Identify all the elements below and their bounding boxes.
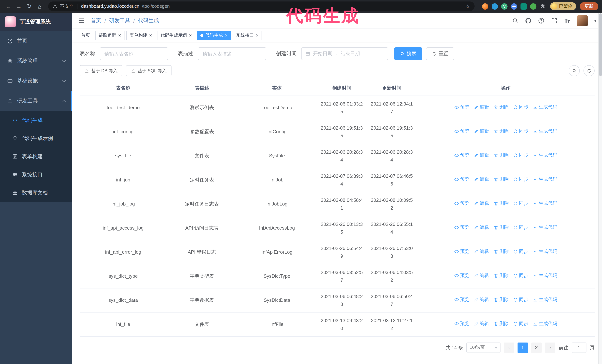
sidebar-subitem-form-builder[interactable]: 表单构建 <box>0 147 72 166</box>
generate-code-action[interactable]: 生成代码 <box>533 200 557 207</box>
sidebar-subitem-codegen-example[interactable]: 代码生成示例 <box>0 129 72 147</box>
generate-code-action[interactable]: 生成代码 <box>533 272 557 280</box>
prev-page-button[interactable]: ‹ <box>504 342 514 353</box>
preview-action[interactable]: 预览 <box>454 103 469 111</box>
tab-form-builder[interactable]: 表单构建 × <box>126 31 155 40</box>
vue-devtools-extension-icon[interactable] <box>501 3 507 10</box>
goto-page-input[interactable] <box>572 342 586 353</box>
sync-action[interactable]: 同步 <box>513 127 528 135</box>
sync-action[interactable]: 同步 <box>513 320 528 328</box>
date-range-picker[interactable]: 开始日期 - 结束日期 <box>301 47 388 60</box>
reload-icon[interactable]: ↻ <box>24 1 34 11</box>
preview-action[interactable]: 预览 <box>454 296 469 304</box>
delete-action[interactable]: 删除 <box>494 176 509 183</box>
sync-action[interactable]: 同步 <box>513 103 528 111</box>
preview-action[interactable]: 预览 <box>454 320 469 328</box>
delete-action[interactable]: 删除 <box>494 151 509 159</box>
delete-action[interactable]: 删除 <box>494 127 509 135</box>
close-icon[interactable]: × <box>189 33 192 38</box>
generate-code-action[interactable]: 生成代码 <box>533 176 557 183</box>
sync-action[interactable]: 同步 <box>513 151 528 159</box>
users-extension-icon[interactable] <box>511 3 517 10</box>
edit-action[interactable]: 编辑 <box>474 224 489 231</box>
help-icon[interactable] <box>538 17 545 24</box>
close-icon[interactable]: × <box>118 33 121 38</box>
sync-action[interactable]: 同步 <box>513 224 528 231</box>
sync-action[interactable]: 同步 <box>513 296 528 304</box>
preview-action[interactable]: 预览 <box>454 248 469 256</box>
breadcrumb-home[interactable]: 首页 <box>91 17 101 24</box>
table-name-input[interactable] <box>100 47 168 60</box>
forward-icon[interactable]: → <box>14 1 24 11</box>
edit-action[interactable]: 编辑 <box>474 200 489 207</box>
reset-button[interactable]: 重置 <box>426 47 454 60</box>
edit-action[interactable]: 编辑 <box>474 296 489 304</box>
teal-extension-icon[interactable] <box>520 3 527 10</box>
user-avatar[interactable] <box>577 15 588 26</box>
fox-extension-icon[interactable] <box>482 3 488 10</box>
edit-action[interactable]: 编辑 <box>474 127 489 135</box>
tab-codegen-example[interactable]: 代码生成示例 × <box>157 31 195 40</box>
caret-down-icon[interactable]: ▾ <box>594 18 596 23</box>
hamburger-icon[interactable] <box>78 17 85 24</box>
preview-action[interactable]: 预览 <box>454 224 469 231</box>
paused-badge[interactable]: 已暂停 <box>550 2 576 10</box>
edit-action[interactable]: 编辑 <box>474 248 489 256</box>
edit-action[interactable]: 编辑 <box>474 103 489 111</box>
next-page-button[interactable]: › <box>545 342 555 353</box>
drop-extension-icon[interactable] <box>492 3 498 10</box>
sidebar-subitem-codegen[interactable]: 代码生成 <box>0 111 72 129</box>
preview-action[interactable]: 预览 <box>454 127 469 135</box>
tab-system-api[interactable]: 系统接口 × <box>233 31 262 40</box>
sidebar-item-infrastructure[interactable]: 基础设施 <box>0 71 72 91</box>
refresh-table-button[interactable] <box>583 65 595 76</box>
breadcrumb-dev-tools[interactable]: 研发工具 <box>109 17 130 24</box>
home-icon[interactable]: ⌂ <box>35 1 44 11</box>
close-icon[interactable]: × <box>149 33 152 38</box>
generate-code-action[interactable]: 生成代码 <box>533 103 557 111</box>
close-icon[interactable]: × <box>225 33 228 38</box>
search-button[interactable]: 搜索 <box>394 47 422 60</box>
preview-action[interactable]: 预览 <box>454 272 469 280</box>
extensions-puzzle-icon[interactable] <box>540 3 546 9</box>
table-desc-input[interactable] <box>198 47 266 60</box>
search-icon[interactable] <box>512 17 519 24</box>
sidebar-item-system-management[interactable]: 系统管理 <box>0 51 72 71</box>
sidebar-subitem-system-api[interactable]: 系统接口 <box>0 166 72 184</box>
sync-action[interactable]: 同步 <box>513 200 528 207</box>
sync-action[interactable]: 同步 <box>513 272 528 280</box>
edit-action[interactable]: 编辑 <box>474 176 489 183</box>
sidebar-item-home[interactable]: 首页 <box>0 31 72 51</box>
update-button[interactable]: 更新 <box>580 2 598 10</box>
import-sql-button[interactable]: 基于 SQL 导入 <box>126 65 171 76</box>
back-icon[interactable]: ← <box>4 1 13 11</box>
generate-code-action[interactable]: 生成代码 <box>533 127 557 135</box>
edit-action[interactable]: 编辑 <box>474 272 489 280</box>
preview-action[interactable]: 预览 <box>454 151 469 159</box>
delete-action[interactable]: 删除 <box>494 296 509 304</box>
edit-action[interactable]: 编辑 <box>474 151 489 159</box>
page-button-2[interactable]: 2 <box>531 342 542 353</box>
tab-trace[interactable]: 链路追踪 × <box>95 31 124 40</box>
delete-action[interactable]: 删除 <box>494 320 509 328</box>
url-bar[interactable]: 不安全 dashboard.yudao.iocoder.cn /tool/cod… <box>48 1 474 11</box>
generate-code-action[interactable]: 生成代码 <box>533 296 557 304</box>
sidebar-subitem-db-docs[interactable]: 数据库文档 <box>0 184 72 202</box>
preview-action[interactable]: 预览 <box>454 176 469 183</box>
delete-action[interactable]: 删除 <box>494 248 509 256</box>
generate-code-action[interactable]: 生成代码 <box>533 320 557 328</box>
sidebar-item-dev-tools[interactable]: 研发工具 <box>0 91 72 111</box>
generate-code-action[interactable]: 生成代码 <box>533 224 557 231</box>
sync-action[interactable]: 同步 <box>513 176 528 183</box>
font-size-icon[interactable] <box>564 17 570 24</box>
scrollbar-thumb[interactable] <box>599 13 602 76</box>
page-button-1[interactable]: 1 <box>517 342 528 353</box>
github-icon[interactable] <box>525 17 532 24</box>
import-db-button[interactable]: 基于 DB 导入 <box>80 65 122 76</box>
page-size-select[interactable]: 10条/页 ▾ <box>466 342 501 353</box>
bookmark-star-icon[interactable]: ☆ <box>465 3 470 9</box>
tab-codegen[interactable]: 代码生成 × <box>197 31 231 40</box>
generate-code-action[interactable]: 生成代码 <box>533 248 557 256</box>
toggle-search-button[interactable] <box>569 65 580 76</box>
sync-action[interactable]: 同步 <box>513 248 528 256</box>
